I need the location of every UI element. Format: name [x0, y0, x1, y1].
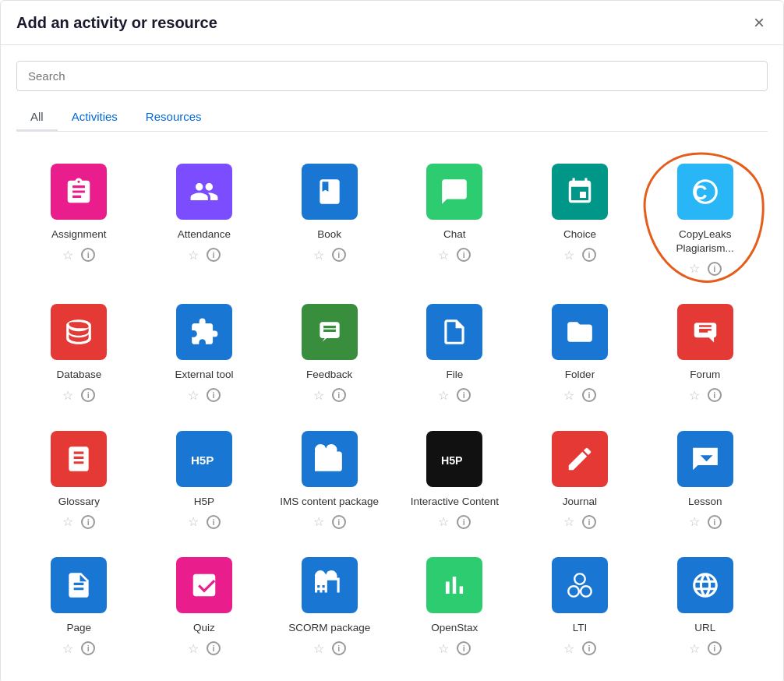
glossary-info[interactable]: i — [81, 515, 95, 529]
feedback-star[interactable]: ☆ — [313, 388, 324, 403]
page-star[interactable]: ☆ — [62, 641, 73, 656]
item-openstax[interactable]: OpenStax ☆ i — [392, 541, 517, 668]
modal: Add an activity or resource × All Activi… — [0, 0, 784, 681]
url-info[interactable]: i — [708, 641, 722, 655]
file-star[interactable]: ☆ — [438, 388, 449, 403]
item-h5p[interactable]: H5P H5P ☆ i — [142, 415, 267, 542]
ims-star[interactable]: ☆ — [313, 514, 324, 529]
h5p-icon: H5P — [176, 431, 232, 487]
copyleaks-icon: C — [677, 164, 733, 220]
item-chat[interactable]: Chat ☆ i — [392, 147, 517, 288]
external-tool-info[interactable]: i — [207, 388, 221, 402]
feedback-info[interactable]: i — [332, 388, 346, 402]
book-actions: ☆ i — [313, 248, 346, 263]
item-copyleaks[interactable]: C CopyLeaks Plagiarism... ☆ i — [642, 147, 768, 288]
h5p-star[interactable]: ☆ — [188, 514, 199, 529]
interactive-content-info[interactable]: i — [457, 515, 471, 529]
database-info[interactable]: i — [81, 388, 95, 402]
h5p-info[interactable]: i — [207, 515, 221, 529]
lesson-star[interactable]: ☆ — [689, 514, 700, 529]
copyleaks-info[interactable]: i — [708, 262, 722, 276]
scorm-star[interactable]: ☆ — [313, 641, 324, 656]
folder-star[interactable]: ☆ — [563, 388, 574, 403]
item-external-tool[interactable]: External tool ☆ i — [142, 288, 267, 415]
item-folder[interactable]: Folder ☆ i — [517, 288, 643, 415]
item-scorm[interactable]: SCORM package ☆ i — [267, 541, 392, 668]
file-info[interactable]: i — [457, 388, 471, 402]
item-glossary[interactable]: Glossary ☆ i — [16, 415, 142, 542]
folder-label: Folder — [565, 368, 595, 382]
svg-text:H5P: H5P — [191, 453, 214, 466]
item-lesson[interactable]: Lesson ☆ i — [642, 415, 768, 542]
external-tool-label: External tool — [175, 368, 233, 382]
page-info[interactable]: i — [81, 641, 95, 655]
book-icon — [302, 164, 358, 220]
item-journal[interactable]: Journal ☆ i — [517, 415, 643, 542]
assignment-star[interactable]: ☆ — [62, 248, 73, 263]
chat-star[interactable]: ☆ — [438, 248, 449, 263]
chat-info[interactable]: i — [457, 248, 471, 262]
tab-resources[interactable]: Resources — [132, 104, 216, 132]
attendance-info[interactable]: i — [207, 248, 221, 262]
attendance-star[interactable]: ☆ — [188, 248, 199, 263]
lti-star[interactable]: ☆ — [563, 641, 574, 656]
interactive-content-actions: ☆ i — [438, 514, 471, 529]
item-attendance[interactable]: Attendance ☆ i — [142, 147, 267, 288]
item-feedback[interactable]: Feedback ☆ i — [267, 288, 392, 415]
tab-activities[interactable]: Activities — [58, 104, 132, 132]
glossary-star[interactable]: ☆ — [62, 514, 73, 529]
assignment-info[interactable]: i — [81, 248, 95, 262]
svg-text:H5P: H5P — [441, 453, 463, 466]
choice-info[interactable]: i — [582, 248, 596, 262]
glossary-actions: ☆ i — [62, 514, 95, 529]
lti-info[interactable]: i — [582, 641, 596, 655]
search-input[interactable] — [16, 61, 768, 91]
forum-star[interactable]: ☆ — [689, 388, 700, 403]
lti-actions: ☆ i — [563, 641, 596, 656]
forum-label: Forum — [690, 368, 720, 382]
tab-all[interactable]: All — [16, 104, 58, 132]
svg-text:IMS: IMS — [321, 457, 337, 467]
forum-info[interactable]: i — [708, 388, 722, 402]
forum-actions: ☆ i — [689, 388, 722, 403]
openstax-star[interactable]: ☆ — [438, 641, 449, 656]
item-lti[interactable]: LTI ☆ i — [517, 541, 643, 668]
item-page[interactable]: Page ☆ i — [16, 541, 142, 668]
openstax-info[interactable]: i — [457, 641, 471, 655]
folder-info[interactable]: i — [582, 388, 596, 402]
h5p-label: H5P — [194, 495, 214, 509]
item-file[interactable]: File ☆ i — [392, 288, 517, 415]
journal-info[interactable]: i — [582, 515, 596, 529]
external-tool-star[interactable]: ☆ — [188, 388, 199, 403]
item-ims[interactable]: IMS IMS content package ☆ i — [267, 415, 392, 542]
ims-label: IMS content package — [280, 495, 379, 509]
item-database[interactable]: Database ☆ i — [16, 288, 142, 415]
url-star[interactable]: ☆ — [689, 641, 700, 656]
copyleaks-star[interactable]: ☆ — [689, 261, 700, 276]
quiz-info[interactable]: i — [207, 641, 221, 655]
item-assignment[interactable]: Assignment ☆ i — [16, 147, 142, 288]
item-url[interactable]: URL ☆ i — [642, 541, 768, 668]
lesson-label: Lesson — [688, 495, 722, 509]
choice-star[interactable]: ☆ — [563, 248, 574, 263]
choice-icon — [552, 164, 608, 220]
book-star[interactable]: ☆ — [313, 248, 324, 263]
database-star[interactable]: ☆ — [62, 388, 73, 403]
lesson-info[interactable]: i — [708, 515, 722, 529]
item-interactive-content[interactable]: H5P Interactive Content ☆ i — [392, 415, 517, 542]
item-choice[interactable]: Choice ☆ i — [517, 147, 643, 288]
database-label: Database — [56, 368, 101, 382]
journal-star[interactable]: ☆ — [563, 514, 574, 529]
item-quiz[interactable]: Quiz ☆ i — [142, 541, 267, 668]
item-book[interactable]: Book ☆ i — [267, 147, 392, 288]
interactive-content-star[interactable]: ☆ — [438, 514, 449, 529]
item-forum[interactable]: Forum ☆ i — [642, 288, 768, 415]
scorm-info[interactable]: i — [332, 641, 346, 655]
ims-actions: ☆ i — [313, 514, 346, 529]
database-actions: ☆ i — [62, 388, 95, 403]
quiz-star[interactable]: ☆ — [188, 641, 199, 656]
ims-info[interactable]: i — [332, 515, 346, 529]
close-button[interactable]: × — [750, 13, 768, 32]
book-info[interactable]: i — [332, 248, 346, 262]
book-label: Book — [317, 228, 341, 242]
